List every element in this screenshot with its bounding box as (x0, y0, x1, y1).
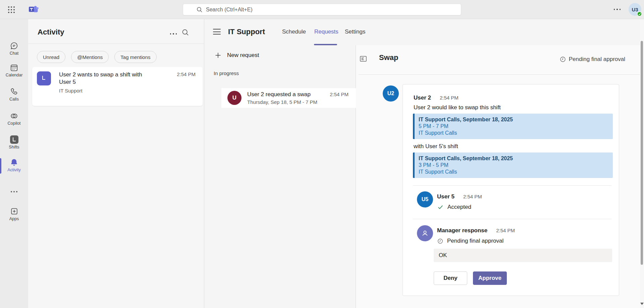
divider (413, 219, 611, 219)
responder-status-row: Accepted (437, 204, 471, 210)
activity-item-team: IT Support (59, 88, 83, 94)
sidebar-item-label: Calls (0, 97, 28, 102)
approve-button[interactable]: Approve (473, 271, 507, 285)
sidebar-item-calls[interactable]: Calls (0, 87, 28, 102)
profile-avatar[interactable]: U3 (629, 3, 641, 16)
requester-time: 2:54 PM (440, 95, 459, 101)
divider (359, 74, 641, 75)
copilot-icon (10, 112, 18, 120)
filter-chip-tag-mentions[interactable]: Tag mentions (114, 51, 156, 63)
responder-name: User 5 (437, 193, 454, 200)
rail-more-button[interactable] (0, 188, 28, 195)
request-list-item-selected[interactable]: U User 2 requested a swap Thursday, Sep … (221, 88, 356, 108)
manager-time: 2:54 PM (496, 228, 515, 233)
activity-more-icon[interactable] (168, 30, 178, 38)
filter-chip-mentions[interactable]: @Mentions (71, 51, 109, 63)
activity-filters: Unread @Mentions Tag mentions (37, 51, 157, 63)
teams-logo-icon[interactable] (28, 5, 39, 16)
app-launcher-waffle-icon[interactable] (8, 6, 15, 14)
shift-time: 3 PM - 5 PM (419, 162, 609, 169)
section-label-in-progress: In progress (214, 70, 239, 76)
plus-icon (215, 52, 221, 59)
activity-feed-item[interactable]: User 2 wants to swap a shift with User 5… (32, 67, 203, 106)
vertical-scrollbar (640, 19, 644, 308)
more-dots-icon (0, 188, 28, 195)
deny-button[interactable]: Deny (434, 271, 467, 285)
clock-icon (437, 238, 443, 244)
tab-requests[interactable]: Requests (314, 28, 338, 35)
top-bar: U3 (0, 0, 644, 19)
apps-icon (10, 207, 18, 215)
topbar-more-icon[interactable] (612, 6, 622, 13)
scrollbar-thumb[interactable] (641, 41, 643, 265)
sidebar-item-calendar[interactable]: Calendar (0, 63, 28, 77)
activity-item-line1: User 2 wants to swap a shift with (59, 71, 142, 78)
sidebar-item-chat[interactable]: Chat (0, 41, 28, 56)
teams-window: U3 Chat Calendar Calls Copilot Shifts (0, 0, 644, 308)
shift-group: IT Support Calls (419, 169, 609, 175)
manager-status-row: Pending final approval (437, 238, 503, 244)
shift-title: IT Support Calls, September 18, 2025 (419, 116, 609, 123)
activity-pane: Activity Unread @Mentions Tag mentions U… (28, 19, 204, 308)
sidebar-item-label: Shifts (0, 145, 28, 149)
presence-available-icon (637, 11, 642, 16)
detail-title: Swap (379, 53, 398, 62)
activity-item-time: 2:54 PM (177, 71, 196, 77)
manager-status-label: Pending final approval (447, 238, 503, 244)
responder-name-row: User 5 2:54 PM (437, 193, 482, 200)
activity-pane-title: Activity (38, 28, 64, 37)
responder-time: 2:54 PM (463, 194, 482, 199)
calendar-icon (10, 63, 18, 72)
search-icon (197, 7, 203, 13)
request-item-time: 2:54 PM (330, 91, 348, 97)
activity-item-line2: User 5 (59, 78, 76, 86)
shifts-icon (10, 135, 18, 144)
sidebar-item-label: Apps (0, 217, 28, 221)
sidebar-item-label: Activity (0, 168, 28, 172)
shift-group: IT Support Calls (419, 130, 609, 136)
sidebar-item-apps[interactable]: Apps (0, 207, 28, 221)
tab-schedule[interactable]: Schedule (282, 28, 306, 35)
person-icon (421, 229, 429, 238)
sidebar-item-shifts[interactable]: Shifts (0, 135, 28, 149)
manager-message-box: OK (434, 249, 612, 262)
requests-list-pane: New request In progress U User 2 request… (204, 45, 356, 308)
detail-header-status: Pending final approval (559, 56, 625, 63)
responder-avatar-u5: U5 (417, 191, 433, 207)
activity-search-icon[interactable] (182, 29, 189, 38)
shift-card-offered[interactable]: IT Support Calls, September 18, 2025 5 P… (413, 114, 613, 139)
app-rail: Chat Calendar Calls Copilot Shifts Activ… (0, 19, 28, 308)
team-title: IT Support (228, 27, 265, 36)
shifts-app-header: IT Support Schedule Requests Settings (204, 19, 644, 45)
profile-avatar-initials: U3 (632, 7, 638, 12)
shift-title: IT Support Calls, September 18, 2025 (419, 155, 609, 162)
accepted-check-icon (437, 204, 444, 210)
search-input[interactable] (206, 4, 454, 15)
swap-intro-text: User 2 would like to swap this shift (414, 104, 501, 111)
filter-chip-unread[interactable]: Unread (37, 51, 65, 63)
responder-status-label: Accepted (447, 204, 471, 210)
hamburger-menu-icon[interactable] (213, 29, 221, 35)
requester-name-row: User 2 2:54 PM (414, 95, 459, 101)
new-request-button[interactable]: New request (215, 52, 259, 59)
manager-name: Manager response (437, 227, 487, 234)
divider (28, 44, 204, 44)
sidebar-item-activity[interactable]: Activity (0, 158, 28, 172)
sidebar-item-copilot[interactable]: Copilot (0, 111, 28, 126)
swap-request-card: User 2 2:54 PM User 2 would like to swap… (402, 84, 619, 296)
shifts-app-icon (37, 71, 51, 85)
detail-header-status-label: Pending final approval (569, 56, 625, 63)
tab-settings[interactable]: Settings (345, 28, 365, 35)
swap-detail-pane: Swap Pending final approval U2 User 2 2:… (356, 45, 644, 308)
sidebar-item-label: Copilot (0, 121, 28, 126)
requester-avatar: U (227, 91, 241, 105)
sidebar-item-label: Chat (0, 51, 28, 56)
search-bar (183, 4, 461, 15)
sidebar-item-label: Calendar (0, 73, 28, 77)
scrollbar-down-arrow-icon[interactable] (640, 303, 644, 305)
shift-card-requested[interactable]: IT Support Calls, September 18, 2025 3 P… (413, 152, 613, 178)
manager-avatar (417, 225, 433, 241)
shift-time: 5 PM - 7 PM (419, 123, 609, 130)
divider (413, 185, 611, 186)
activity-bell-icon (10, 158, 18, 167)
